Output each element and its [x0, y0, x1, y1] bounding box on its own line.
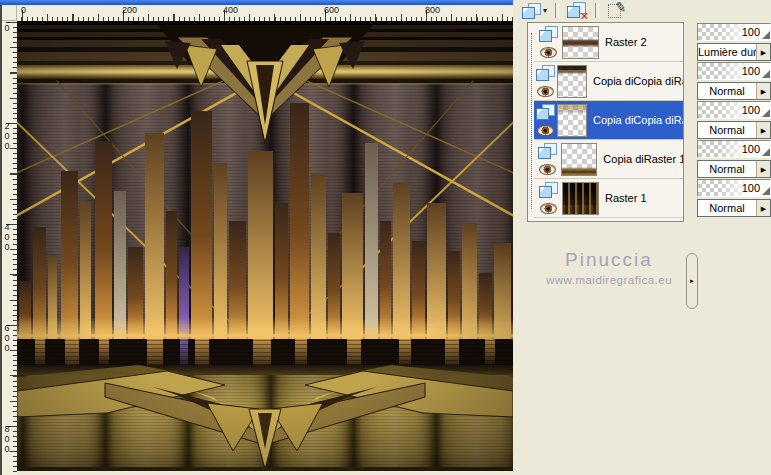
blend-mode-value: Normal [698, 122, 756, 138]
delete-x-icon: ✕ [580, 11, 589, 22]
v-ruler-label: 400 [3, 222, 11, 252]
opacity-slider-handle-icon[interactable] [762, 187, 770, 195]
opacity-value: 100 [742, 182, 760, 194]
new-layer-button[interactable]: ▾ [519, 1, 550, 20]
layer-name: Copia diCopia diRaster [593, 114, 683, 126]
opacity-slider-handle-icon[interactable] [762, 70, 770, 78]
h-ruler-label: 200 [122, 5, 137, 15]
layer-row-copia-dicopia-1[interactable]: Copia diCopia diRaster [534, 62, 683, 101]
layer-controls-raster2: 100 Lumière dure ▶ [697, 23, 771, 61]
opacity-value: 100 [742, 26, 760, 38]
opacity-slider[interactable]: 100 [697, 23, 771, 41]
opacity-slider-handle-icon[interactable] [762, 109, 770, 117]
layer-type-icon [538, 143, 557, 159]
opacity-slider[interactable]: 100 [697, 62, 771, 80]
arrow-right-icon: ► [689, 278, 695, 284]
layer-type-icon [539, 182, 558, 198]
opacity-value: 100 [742, 143, 760, 155]
dropdown-arrow-button[interactable]: ▶ [756, 83, 770, 99]
layer-name: Copia diRaster 1 [603, 153, 683, 165]
vertical-ruler: 0 200 400 600 800 [2, 21, 17, 475]
layer-controls-raster1: 100 Normal ▶ [697, 179, 771, 217]
visibility-eye-icon[interactable] [540, 47, 557, 58]
delete-layer-button[interactable]: ✕ [564, 1, 590, 20]
toolbar-separator [555, 3, 559, 18]
h-ruler-label: 0 [21, 5, 26, 15]
ruler-corner [2, 5, 17, 21]
layer-controls-copia-1: 100 Normal ▶ [697, 62, 771, 100]
blend-mode-value: Normal [698, 200, 756, 216]
arrow-right-icon: ▶ [761, 49, 766, 56]
visibility-eye-icon[interactable] [540, 203, 557, 214]
blend-mode-dropdown[interactable]: Normal ▶ [697, 121, 771, 139]
site-watermark: Pinuccia www.maidiregrafica.eu [531, 249, 687, 286]
dropdown-arrow-button[interactable]: ▶ [756, 122, 770, 138]
edit-selection-button[interactable]: ✎ [604, 1, 628, 20]
layer-type-icon [536, 65, 555, 81]
watermark-title: Pinuccia [531, 249, 687, 271]
layer-thumbnail [562, 26, 599, 59]
v-ruler-label: 800 [3, 424, 11, 454]
opacity-value: 100 [742, 65, 760, 77]
visibility-eye-icon[interactable] [537, 125, 554, 136]
layer-thumbnail [557, 104, 587, 137]
blend-mode-value: Normal [698, 83, 756, 99]
arrow-right-icon: ▶ [761, 127, 766, 134]
layer-controls-copia-2: 100 Normal ▶ [697, 101, 771, 139]
vignette [17, 21, 513, 471]
visibility-eye-icon[interactable] [539, 164, 556, 175]
h-ruler-label: 400 [223, 5, 238, 15]
layer-name: Raster 2 [605, 36, 647, 48]
arrow-right-icon: ▶ [761, 88, 766, 95]
opacity-slider[interactable]: 100 [697, 140, 771, 158]
chevron-down-icon[interactable]: ▾ [543, 7, 547, 15]
dropdown-arrow-button[interactable]: ▶ [756, 200, 770, 216]
layer-type-icon [536, 104, 555, 120]
edit-pen-icon: ✎ [614, 0, 628, 15]
watermark-url: www.maidiregrafica.eu [531, 274, 687, 286]
layer-name: Copia diCopia diRaster [593, 75, 683, 87]
opacity-slider-handle-icon[interactable] [762, 31, 770, 39]
blend-mode-value: Normal [698, 161, 756, 177]
layer-type-icon [539, 26, 558, 42]
layer-row-raster2[interactable]: Raster 2 [534, 23, 683, 62]
layers-list: Raster 2 Copia diCopia diRaster Copia di… [527, 22, 684, 222]
layer-link-gutter [531, 33, 532, 209]
layer-row-copia-dicopia-2-selected[interactable]: Copia diCopia diRaster [534, 101, 683, 140]
blend-opacity-column: 100 Lumière dure ▶ 100 Normal ▶ [697, 0, 771, 475]
blend-mode-dropdown[interactable]: Lumière dure ▶ [697, 43, 771, 61]
v-ruler-label: 0 [3, 23, 11, 33]
arrow-right-icon: ▶ [761, 205, 766, 212]
layer-row-copia-diraster-1[interactable]: Copia diRaster 1 [534, 140, 683, 179]
image-canvas[interactable] [17, 21, 513, 471]
visibility-eye-icon[interactable] [537, 86, 554, 97]
horizontal-ruler: 0 200 400 600 800 [17, 5, 513, 21]
blend-mode-dropdown[interactable]: Normal ▶ [697, 199, 771, 217]
new-layer-pages-icon [522, 3, 541, 19]
blend-mode-dropdown[interactable]: Normal ▶ [697, 82, 771, 100]
h-ruler-label: 600 [324, 5, 339, 15]
h-ruler-label: 800 [425, 5, 440, 15]
canvas-artwork [17, 21, 513, 471]
dropdown-arrow-button[interactable]: ▶ [756, 44, 770, 60]
psp-workspace: 0 200 400 600 800 0 200 400 600 800 [0, 0, 771, 475]
blend-mode-dropdown[interactable]: Normal ▶ [697, 160, 771, 178]
layer-row-raster1[interactable]: Raster 1 [534, 179, 683, 218]
opacity-slider[interactable]: 100 [697, 179, 771, 197]
opacity-slider-handle-icon[interactable] [762, 148, 770, 156]
blend-mode-value: Lumière dure [698, 44, 756, 60]
v-ruler-label: 600 [3, 323, 11, 353]
layer-thumbnail [562, 182, 599, 215]
dropdown-arrow-button[interactable]: ▶ [756, 161, 770, 177]
arrow-right-icon: ▶ [761, 166, 766, 173]
layers-palette: ▾ ✕ ✎ [513, 0, 771, 475]
opacity-slider[interactable]: 100 [697, 101, 771, 119]
toolbar-separator [595, 3, 599, 18]
layer-thumbnail [561, 143, 597, 176]
layer-thumbnail [557, 65, 587, 98]
v-ruler-label: 200 [3, 121, 11, 151]
opacity-value: 100 [742, 104, 760, 116]
layer-controls-copia-diraster1: 100 Normal ▶ [697, 140, 771, 178]
layer-name: Raster 1 [605, 192, 647, 204]
